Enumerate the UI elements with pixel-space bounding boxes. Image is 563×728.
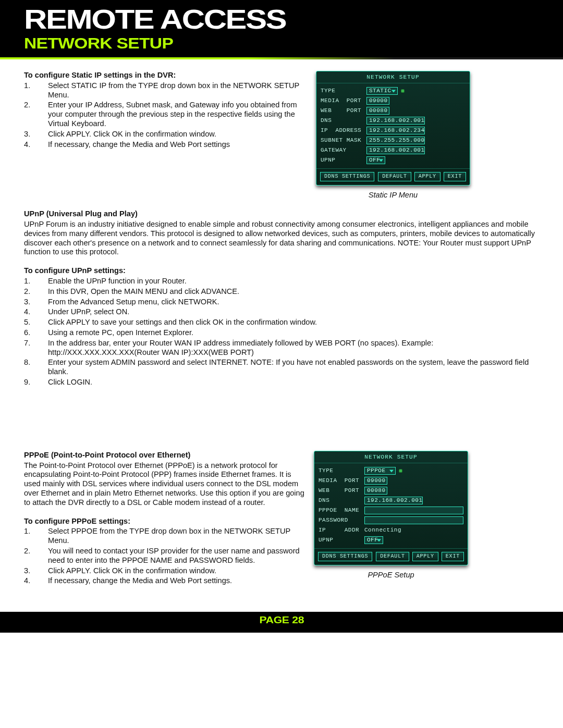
dvr-label-ip: IP ADDRESS xyxy=(321,127,363,134)
pppoe-heading: PPPoE (Point-to-Point Protocol over Ethe… xyxy=(24,451,304,460)
dvr-upnp-select[interactable]: OFF xyxy=(366,156,385,164)
pppoe-caption: PPPoE Setup xyxy=(314,571,468,580)
dvr-type-select[interactable]: PPPOE xyxy=(364,467,396,475)
static-ip-steps: Select STATIC IP from the TYPE drop down… xyxy=(48,81,307,150)
dvr-ipaddr-value: Connecting xyxy=(364,527,401,534)
page-header: REMOTE ACCESS NETWORK SETUP xyxy=(0,0,563,57)
upnp-config-heading: To configure UPnP settings: xyxy=(24,266,539,276)
dvr-label-dns: DNS xyxy=(321,117,363,124)
dvr-label-media: MEDIA PORT xyxy=(319,477,361,484)
static-menu-caption: Static IP Menu xyxy=(316,191,470,200)
list-item: Enter your system ADMIN password and sel… xyxy=(48,358,539,377)
upnp-heading: UPnP (Universal Plug and Play) xyxy=(24,209,539,219)
list-item: You will need to contact your ISP provid… xyxy=(48,547,304,565)
ddns-button[interactable]: DDNS SETTINGS xyxy=(320,172,374,181)
upnp-body: UPnP Forum is an industry initiative des… xyxy=(24,220,539,257)
list-item: If necessary, change the Media and Web P… xyxy=(48,140,307,150)
status-dot-icon xyxy=(399,469,402,473)
dvr-pppoe-name-input[interactable] xyxy=(364,507,463,514)
list-item: Enter your IP Address, Subnet mask, and … xyxy=(48,101,307,128)
dvr-ip-input[interactable]: 192.168.002.234 xyxy=(366,127,425,134)
page-content: To configure Static IP settings in the D… xyxy=(0,59,563,612)
dvr-label-type: TYPE xyxy=(321,88,363,94)
dvr-label-password: PASSWORD xyxy=(319,517,361,524)
dvr-upnp-select[interactable]: OFF xyxy=(364,536,383,544)
pppoe-steps: Select PPPOE from the TYPE drop down box… xyxy=(48,527,304,586)
dvr-label-dns: DNS xyxy=(319,497,361,504)
dvr-label-ipaddr: IP ADDR xyxy=(319,527,361,534)
title-subtitle: NETWORK SETUP xyxy=(24,34,563,53)
list-item: Enable the UPnP function in your Router. xyxy=(48,277,539,286)
list-item: Under UPnP, select ON. xyxy=(48,307,539,317)
dvr-static-panel: NETWORK SETUP TYPE STATIC MEDIA PORT 090… xyxy=(316,71,470,186)
title-main: REMOTE ACCESS xyxy=(24,3,563,36)
dvr-label-media: MEDIA PORT xyxy=(321,97,363,104)
page-number: Page 28 xyxy=(259,615,304,626)
static-ip-heading: To configure Static IP settings in the D… xyxy=(24,71,307,80)
pppoe-body: The Point-to-Point Protocol over Etherne… xyxy=(24,461,304,508)
dvr-title: NETWORK SETUP xyxy=(316,71,470,83)
dvr-label-pppoe-name: PPPOE NAME xyxy=(319,507,361,514)
dvr-media-input[interactable]: 09000 xyxy=(364,477,387,485)
page-footer: Page 28 xyxy=(0,612,563,633)
list-item: Using a remote PC, open Internet Explore… xyxy=(48,328,539,338)
default-button[interactable]: DEFAULT xyxy=(376,552,409,561)
dvr-label-type: TYPE xyxy=(319,467,361,474)
dvr-title: NETWORK SETUP xyxy=(314,451,468,463)
dvr-label-upnp: UPNP xyxy=(321,157,363,164)
dvr-type-select[interactable]: STATIC xyxy=(366,87,398,95)
dvr-label-subnet: SUBNET MASK xyxy=(321,137,363,144)
exit-button[interactable]: EXIT xyxy=(444,172,466,181)
dvr-dns-input[interactable]: 192.168.002.001 xyxy=(364,497,423,504)
dvr-dns-input[interactable]: 192.168.002.001 xyxy=(366,117,425,125)
dvr-password-input[interactable] xyxy=(364,516,463,524)
dvr-web-input[interactable]: 00080 xyxy=(364,487,387,495)
apply-button[interactable]: APPLY xyxy=(414,172,440,181)
list-item: Click LOGIN. xyxy=(48,378,539,387)
default-button[interactable]: DEFAULT xyxy=(378,172,411,181)
apply-button[interactable]: APPLY xyxy=(412,552,438,561)
status-dot-icon xyxy=(401,89,405,93)
pppoe-config-heading: To configure PPPoE settings: xyxy=(24,517,304,526)
dvr-label-web: WEB PORT xyxy=(319,487,361,494)
upnp-steps: Enable the UPnP function in your Router.… xyxy=(48,277,539,387)
list-item: Click APPLY to save your settings and th… xyxy=(48,318,539,327)
list-item: Select PPPOE from the TYPE drop down box… xyxy=(48,527,304,546)
dvr-label-gateway: GATEWAY xyxy=(321,147,363,154)
dvr-label-web: WEB PORT xyxy=(321,107,363,114)
list-item: In this DVR, Open the MAIN MENU and clic… xyxy=(48,287,539,297)
dvr-web-input[interactable]: 00080 xyxy=(366,107,389,115)
list-item: Click APPLY. Click OK in the confirmatio… xyxy=(48,566,304,576)
dvr-subnet-input[interactable]: 255.255.255.000 xyxy=(366,137,425,144)
dvr-label-upnp: UPNP xyxy=(319,537,361,544)
exit-button[interactable]: EXIT xyxy=(442,552,464,561)
dvr-pppoe-panel: NETWORK SETUP TYPE PPPOE MEDIA PORT 0900… xyxy=(314,451,468,565)
list-item: Select STATIC IP from the TYPE drop down… xyxy=(48,81,307,100)
dvr-media-input[interactable]: 09000 xyxy=(366,97,389,105)
list-item: Click APPLY. Click OK in the confirmatio… xyxy=(48,130,307,139)
dvr-gateway-input[interactable]: 192.168.002.001 xyxy=(366,146,425,154)
list-item: If necessary, change the Media and Web P… xyxy=(48,576,304,586)
ddns-button[interactable]: DDNS SETTINGS xyxy=(318,552,372,561)
list-item: From the Advanced Setup menu, click NETW… xyxy=(48,298,539,307)
list-item: In the address bar, enter your Router WA… xyxy=(48,339,539,357)
